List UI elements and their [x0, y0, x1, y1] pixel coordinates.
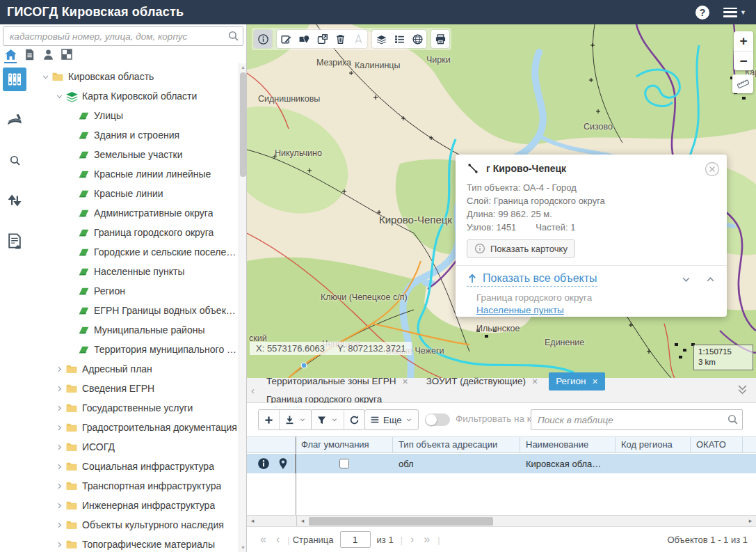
- tree-item[interactable]: Объекты культурного наследия: [29, 515, 239, 535]
- tree-item[interactable]: Муниципальные районы: [29, 320, 239, 340]
- prev-page-button[interactable]: ‹: [271, 533, 284, 546]
- tree-item[interactable]: Градостроительная документация: [29, 418, 239, 437]
- hscroll-right-icon[interactable]: ▸: [745, 516, 756, 526]
- zoom-in-button[interactable]: +: [734, 31, 753, 51]
- table-tab[interactable]: Регион ×: [549, 372, 605, 391]
- tree-item[interactable]: ИСОГД: [29, 437, 239, 457]
- page-number-input[interactable]: [340, 531, 371, 548]
- first-page-button[interactable]: «: [255, 533, 271, 546]
- strip-layer-catalog-button[interactable]: [3, 68, 26, 91]
- quick-apps-button[interactable]: [61, 48, 74, 62]
- tree-item[interactable]: Территория муниципального …: [29, 340, 239, 359]
- chevron-right-icon[interactable]: [54, 423, 65, 432]
- chevron-right-icon[interactable]: [54, 462, 65, 471]
- strip-import-export-button[interactable]: [3, 189, 26, 212]
- chevron-right-icon[interactable]: [54, 404, 65, 413]
- tree-item[interactable]: Социальная инфраструктура: [29, 457, 239, 476]
- tab-close-icon[interactable]: ×: [593, 376, 598, 387]
- tree-item[interactable]: Населенные пункты: [29, 262, 239, 281]
- tree-item[interactable]: Городские и сельские поселе…: [29, 242, 239, 262]
- table-row[interactable]: обл Кировская обла…: [247, 454, 756, 473]
- chevron-down-icon[interactable]: [40, 72, 51, 81]
- strip-reports-button[interactable]: [3, 229, 26, 253]
- map-tool-legend-button[interactable]: [390, 30, 408, 48]
- tree-item[interactable]: Сведения ЕГРН: [29, 379, 239, 398]
- tree-item[interactable]: Красные линии линейные: [29, 164, 239, 184]
- tree-item[interactable]: Транспортная инфраструктура: [29, 476, 239, 496]
- table-add-record-button[interactable]: [259, 410, 279, 429]
- tree-item[interactable]: Карта Кировской области: [29, 86, 239, 106]
- next-page-button[interactable]: ›: [405, 533, 419, 546]
- map-tool-delete-button[interactable]: [331, 30, 349, 48]
- tree-item[interactable]: Регион: [29, 281, 239, 301]
- hscroll-thumb[interactable]: [309, 517, 493, 526]
- table-refresh-button[interactable]: [344, 410, 364, 429]
- chevron-down-icon[interactable]: [54, 92, 65, 101]
- scroll-down-icon[interactable]: ▼: [239, 544, 247, 552]
- map-canvas[interactable]: МезрихаКалининцыЧиркиСиднишниковыНикульч…: [247, 24, 756, 378]
- chevron-right-icon[interactable]: [54, 443, 65, 452]
- show-card-button[interactable]: Показать карточку: [467, 239, 575, 258]
- tree-scrollbar[interactable]: ▲ ▼: [239, 63, 246, 552]
- map-tool-edit-button[interactable]: [277, 30, 295, 48]
- quick-documents-button[interactable]: [23, 48, 37, 62]
- map-tool-measure-button[interactable]: [349, 30, 367, 48]
- quick-users-button[interactable]: [42, 48, 56, 62]
- scrollbar-thumb[interactable]: [240, 72, 246, 177]
- last-page-button[interactable]: »: [419, 533, 435, 546]
- table-export-data-button[interactable]: [279, 410, 312, 429]
- map-tool-draw-objects-button[interactable]: [295, 30, 313, 48]
- table-tab[interactable]: ЗОУИТ (действующие) ×: [419, 372, 545, 391]
- tree-item[interactable]: Топографические материалы: [29, 535, 239, 552]
- hscroll-left-icon[interactable]: ◂: [247, 516, 258, 526]
- filter-on-map-toggle[interactable]: [425, 413, 450, 426]
- address-search-input[interactable]: [3, 26, 243, 46]
- table-search-input[interactable]: [531, 409, 743, 430]
- column-header[interactable]: [247, 437, 296, 452]
- row-info-icon[interactable]: [257, 457, 270, 470]
- tree-item[interactable]: Административные округа: [29, 203, 239, 223]
- map-tool-basemap-button[interactable]: [408, 30, 426, 48]
- tree-item[interactable]: Инженерная инфраструктура: [29, 496, 239, 515]
- default-flag-checkbox[interactable]: [339, 459, 349, 468]
- tab-close-icon[interactable]: ×: [532, 376, 538, 387]
- tree-item[interactable]: Государственные услуги: [29, 398, 239, 418]
- tree-item[interactable]: Граница городского округа: [29, 223, 239, 242]
- tree-item[interactable]: Кировская область: [29, 67, 239, 86]
- tree-item[interactable]: Красные линии: [29, 184, 239, 203]
- chevron-right-icon[interactable]: [54, 501, 65, 510]
- collapse-up-icon[interactable]: [705, 274, 716, 285]
- column-header[interactable]: ОКАТО: [691, 437, 743, 452]
- help-button[interactable]: ?: [695, 6, 709, 19]
- measure-ruler-button[interactable]: [732, 74, 753, 93]
- chevron-right-icon[interactable]: [54, 365, 65, 374]
- column-header[interactable]: Код региона: [616, 437, 691, 452]
- strip-journals-button[interactable]: [3, 108, 26, 132]
- row-locate-icon[interactable]: [277, 457, 289, 470]
- table-tab[interactable]: Территориальные зоны ЕГРН ×: [259, 372, 415, 391]
- chevron-right-icon[interactable]: [54, 482, 65, 491]
- close-icon[interactable]: [705, 161, 720, 177]
- chevron-right-icon[interactable]: [54, 384, 65, 393]
- column-header[interactable]: Тип объекта адресации: [393, 437, 520, 452]
- quick-home-button[interactable]: [4, 48, 18, 62]
- table-filter-button[interactable]: [312, 410, 344, 429]
- zoom-out-button[interactable]: −: [734, 51, 753, 70]
- scroll-up-icon[interactable]: ▲: [239, 63, 247, 72]
- tree-item[interactable]: Здания и строения: [29, 125, 239, 145]
- tab-close-icon[interactable]: ×: [403, 376, 408, 387]
- strip-search-panel-button[interactable]: [3, 148, 26, 172]
- chevron-right-icon[interactable]: [54, 540, 65, 549]
- column-header[interactable]: Наименование: [520, 437, 616, 452]
- tree-item[interactable]: Адресный план: [29, 359, 239, 379]
- collapse-down-icon[interactable]: [681, 274, 691, 285]
- popup-layer-link[interactable]: Населенные пункты: [476, 304, 716, 317]
- map-tool-layers-button[interactable]: [372, 30, 390, 48]
- tree-item[interactable]: Земельные участки: [29, 145, 239, 164]
- map-tool-print-button[interactable]: [431, 30, 449, 48]
- table-more-button[interactable]: Еще: [365, 410, 418, 429]
- horizontal-scrollbar[interactable]: ◂ ◂ ▸: [247, 515, 756, 527]
- chevron-right-icon[interactable]: [54, 521, 65, 530]
- tabs-scroll-left-icon[interactable]: ‹: [247, 384, 259, 396]
- main-menu-button[interactable]: ▼: [723, 8, 746, 17]
